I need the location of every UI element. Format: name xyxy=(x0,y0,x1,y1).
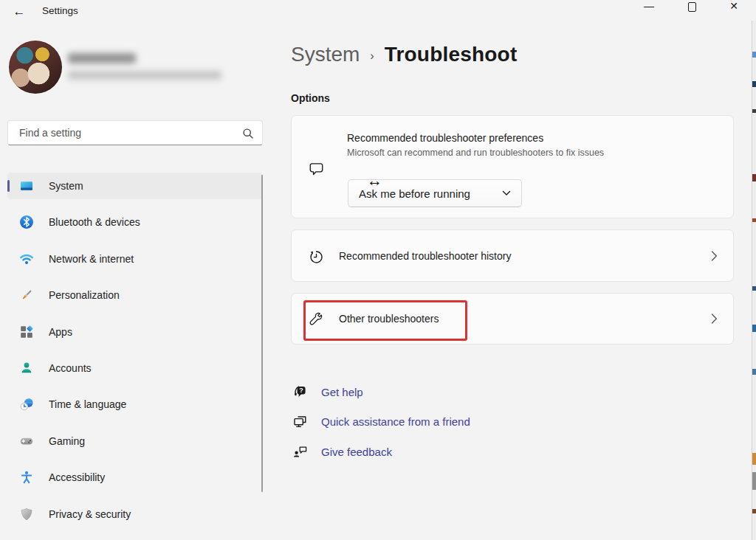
network-wifi-icon xyxy=(19,252,34,266)
personalization-brush-icon xyxy=(19,288,34,302)
minimize-icon: — xyxy=(644,0,654,12)
highlight-box xyxy=(303,300,467,341)
back-button[interactable]: ← xyxy=(7,2,31,21)
card-recommended-troubleshooter-history[interactable]: Recommended troubleshooter history xyxy=(291,229,734,282)
sidebar-item-privacy-security[interactable]: Privacy & security xyxy=(7,501,263,527)
gaming-gamepad-icon xyxy=(19,434,34,449)
link-label: Get help xyxy=(321,386,363,398)
sidebar-item-label: Accounts xyxy=(49,362,92,374)
sidebar-item-gaming[interactable]: Gaming xyxy=(7,428,263,454)
sidebar-item-accessibility[interactable]: Accessibility xyxy=(7,464,263,491)
help-links: ? Get help Quick assistance from a frien… xyxy=(292,384,470,474)
back-arrow-icon: ← xyxy=(13,4,26,19)
card-recommended-troubleshooter-preferences: Recommended troubleshooter preferences M… xyxy=(291,115,734,218)
user-email-blurred xyxy=(68,71,221,80)
give-feedback-link[interactable]: Give feedback xyxy=(292,443,470,460)
user-name-blurred xyxy=(68,53,136,63)
sidebar-nav: System Bluetooth & devices Network & int… xyxy=(7,173,263,537)
chevron-right-icon xyxy=(711,314,718,325)
sidebar-item-time-language[interactable]: Time & language xyxy=(7,391,263,418)
card-other-troubleshooters[interactable]: Other troubleshooters xyxy=(291,293,734,345)
comment-bubble-icon xyxy=(308,160,325,181)
search-icon xyxy=(242,128,254,139)
breadcrumb-parent[interactable]: System xyxy=(291,43,360,66)
sidebar-item-label: Accessibility xyxy=(49,471,105,483)
breadcrumb-separator-icon: › xyxy=(370,49,374,63)
search-input[interactable] xyxy=(19,127,237,139)
card-title: Recommended troubleshooter preferences xyxy=(347,132,543,144)
section-label: Options xyxy=(291,92,330,104)
right-edge-artifact xyxy=(752,21,756,540)
sidebar-item-label: System xyxy=(49,180,83,192)
system-icon xyxy=(19,179,34,193)
accessibility-icon xyxy=(19,470,34,485)
close-button[interactable]: ✕ xyxy=(721,0,746,13)
link-label: Give feedback xyxy=(321,446,392,458)
breadcrumb: System › Troubleshoot xyxy=(291,43,517,66)
get-help-icon: ? xyxy=(292,384,308,400)
card-description: Microsoft can recommend and run troubles… xyxy=(347,148,604,158)
page-title: Troubleshoot xyxy=(385,43,518,66)
search-box[interactable] xyxy=(7,120,263,145)
get-help-link[interactable]: ? Get help xyxy=(292,384,470,400)
maximize-icon xyxy=(688,2,696,12)
history-icon xyxy=(308,248,325,269)
avatar[interactable] xyxy=(9,41,62,94)
maximize-button[interactable] xyxy=(679,0,704,13)
bluetooth-icon xyxy=(19,215,34,229)
time-language-icon xyxy=(19,397,34,412)
sidebar-item-label: Apps xyxy=(49,326,72,338)
privacy-shield-icon xyxy=(19,507,34,522)
sidebar-item-label: Gaming xyxy=(49,435,85,447)
remote-assistance-icon xyxy=(292,414,308,429)
svg-text:?: ? xyxy=(299,387,303,394)
sidebar-item-system[interactable]: System xyxy=(7,173,263,199)
chevron-right-icon xyxy=(711,250,718,261)
feedback-icon xyxy=(292,444,308,460)
sidebar-scrollbar[interactable] xyxy=(261,175,263,492)
sidebar-item-label: Personalization xyxy=(49,289,120,301)
chevron-down-icon xyxy=(502,190,511,196)
window-title: Settings xyxy=(42,5,78,16)
card-title: Recommended troubleshooter history xyxy=(339,250,511,262)
sidebar-item-bluetooth-devices[interactable]: Bluetooth & devices xyxy=(7,209,263,235)
sidebar-item-apps[interactable]: Apps xyxy=(7,319,263,345)
link-label: Quick assistance from a friend xyxy=(321,415,470,428)
sidebar-item-personalization[interactable]: Personalization xyxy=(7,282,263,308)
sidebar-item-accounts[interactable]: Accounts xyxy=(7,355,263,381)
sidebar-item-network-internet[interactable]: Network & internet xyxy=(7,246,263,272)
sidebar-item-label: Bluetooth & devices xyxy=(49,216,140,228)
minimize-button[interactable]: — xyxy=(636,0,662,13)
sidebar-item-label: Privacy & security xyxy=(49,508,131,520)
sidebar-item-label: Network & internet xyxy=(49,253,134,265)
apps-icon xyxy=(19,325,34,339)
quick-assistance-link[interactable]: Quick assistance from a friend xyxy=(292,414,470,430)
mouse-cursor-horizontal-resize: ↔ xyxy=(367,172,382,190)
close-icon: ✕ xyxy=(729,0,738,12)
accounts-icon xyxy=(19,361,34,375)
sidebar-item-label: Time & language xyxy=(49,398,126,410)
